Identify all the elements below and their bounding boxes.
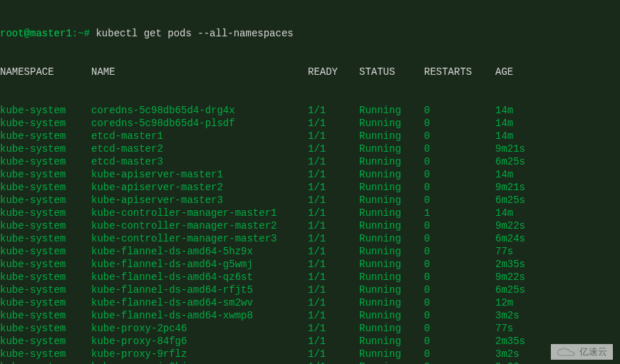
cell-restarts: 0 [424, 194, 495, 207]
cell-restarts: 0 [424, 181, 495, 194]
cell-status: Running [359, 142, 424, 155]
table-row: kube-systemkube-controller-manager-maste… [0, 207, 620, 219]
table-row: kube-systemkube-proxy-9rflz1/1Running03m… [0, 348, 620, 360]
table-row: kube-systemkube-flannel-ds-amd64-qz6st1/… [0, 271, 620, 284]
cell-ready: 1/1 [308, 232, 359, 245]
cell-name: etcd-master3 [91, 155, 308, 168]
cell-restarts: 0 [424, 232, 495, 245]
cell-status: Running [359, 284, 424, 296]
table-row: kube-systemetcd-master31/1Running06m25s [0, 155, 620, 168]
cell-age: 14m [495, 117, 552, 130]
cell-namespace: kube-system [0, 168, 91, 181]
cell-ready: 1/1 [308, 322, 359, 335]
cell-age: 14m [495, 168, 552, 181]
cell-name: kube-apiserver-master1 [91, 168, 308, 181]
cell-age: 9m22s [495, 219, 552, 232]
cell-age: 6m25s [495, 194, 552, 207]
cell-namespace: kube-system [0, 104, 91, 117]
cell-restarts: 0 [424, 322, 495, 335]
cell-name: kube-flannel-ds-amd64-g5wmj [91, 258, 308, 271]
cell-age: 2m35s [495, 258, 552, 271]
cell-name: kube-proxy-9rflz [91, 348, 308, 360]
cell-age: 77s [495, 245, 552, 258]
table-row: kube-systemkube-apiserver-master21/1Runn… [0, 181, 620, 194]
cell-age: 3m2s [495, 348, 552, 360]
cell-name: kube-apiserver-master3 [91, 194, 308, 207]
cell-namespace: kube-system [0, 284, 91, 296]
header-age: AGE [495, 66, 552, 78]
header-ready: READY [308, 66, 359, 78]
cell-namespace: kube-system [0, 232, 91, 245]
cell-restarts: 0 [424, 296, 495, 309]
table-row: kube-systemkube-flannel-ds-amd64-g5wmj1/… [0, 258, 620, 271]
cell-age: 6m24s [495, 232, 552, 245]
table-header: NAMESPACENAMEREADYSTATUSRESTARTSAGE [0, 66, 620, 78]
cell-restarts: 0 [424, 258, 495, 271]
cell-restarts: 0 [424, 130, 495, 142]
cell-namespace: kube-system [0, 194, 91, 207]
cell-name: etcd-master1 [91, 130, 308, 142]
cell-name: kube-proxy-84fg6 [91, 335, 308, 348]
cell-name: coredns-5c98db65d4-drg4x [91, 104, 308, 117]
cell-name: kube-flannel-ds-amd64-xwmp8 [91, 309, 308, 322]
cell-status: Running [359, 360, 424, 364]
cell-age: 12m [495, 296, 552, 309]
cell-name: kube-flannel-ds-amd64-sm2wv [91, 296, 308, 309]
cell-status: Running [359, 117, 424, 130]
cell-status: Running [359, 181, 424, 194]
cell-namespace: kube-system [0, 296, 91, 309]
cell-age: 14m [495, 104, 552, 117]
cell-namespace: kube-system [0, 322, 91, 335]
cell-restarts: 0 [424, 117, 495, 130]
cell-ready: 1/1 [308, 258, 359, 271]
cell-ready: 1/1 [308, 194, 359, 207]
table-row: kube-systemkube-controller-manager-maste… [0, 232, 620, 245]
cell-namespace: kube-system [0, 181, 91, 194]
cell-restarts: 0 [424, 155, 495, 168]
cell-name: kube-proxy-js6kj [91, 360, 308, 364]
header-restarts: RESTARTS [424, 66, 495, 78]
header-status: STATUS [359, 66, 424, 78]
table-row: kube-systemkube-controller-manager-maste… [0, 219, 620, 232]
cell-age: 9m22s [495, 271, 552, 284]
cell-status: Running [359, 296, 424, 309]
table-row: kube-systemkube-proxy-2pc461/1Running077… [0, 322, 620, 335]
cell-ready: 1/1 [308, 155, 359, 168]
cell-ready: 1/1 [308, 104, 359, 117]
cell-status: Running [359, 245, 424, 258]
table-row: kube-systemetcd-master11/1Running014m [0, 130, 620, 142]
cell-namespace: kube-system [0, 360, 91, 364]
cell-name: kube-flannel-ds-amd64-qz6st [91, 271, 308, 284]
command-text: kubectl get pods --all-namespaces [95, 28, 293, 39]
table-row: kube-systemcoredns-5c98db65d4-plsdf1/1Ru… [0, 117, 620, 130]
cell-restarts: 0 [424, 168, 495, 181]
cell-age: 3m2s [495, 309, 552, 322]
cell-namespace: kube-system [0, 348, 91, 360]
cell-status: Running [359, 335, 424, 348]
cell-restarts: 0 [424, 335, 495, 348]
cell-status: Running [359, 271, 424, 284]
watermark: 亿速云 [551, 344, 613, 360]
cell-restarts: 0 [424, 219, 495, 232]
cell-namespace: kube-system [0, 130, 91, 142]
cell-status: Running [359, 219, 424, 232]
cell-status: Running [359, 232, 424, 245]
cell-restarts: 0 [424, 271, 495, 284]
prompt-path: ~ [78, 28, 83, 39]
cell-name: kube-controller-manager-master2 [91, 219, 308, 232]
cell-restarts: 0 [424, 142, 495, 155]
table-row: kube-systemkube-proxy-84fg61/1Running02m… [0, 335, 620, 348]
table-row: kube-systemkube-flannel-ds-amd64-xwmp81/… [0, 309, 620, 322]
cell-restarts: 0 [424, 245, 495, 258]
cell-ready: 1/1 [308, 348, 359, 360]
table-row: kube-systemetcd-master21/1Running09m21s [0, 142, 620, 155]
cell-ready: 1/1 [308, 168, 359, 181]
cell-age: 14m [495, 130, 552, 142]
cell-namespace: kube-system [0, 245, 91, 258]
prompt-user-host: root@master1 [0, 28, 72, 39]
cell-status: Running [359, 194, 424, 207]
cell-restarts: 1 [424, 207, 495, 219]
cell-status: Running [359, 258, 424, 271]
cell-name: kube-flannel-ds-amd64-rfjt5 [91, 284, 308, 296]
terminal-output[interactable]: root@master1:~# kubectl get pods --all-n… [0, 0, 620, 364]
